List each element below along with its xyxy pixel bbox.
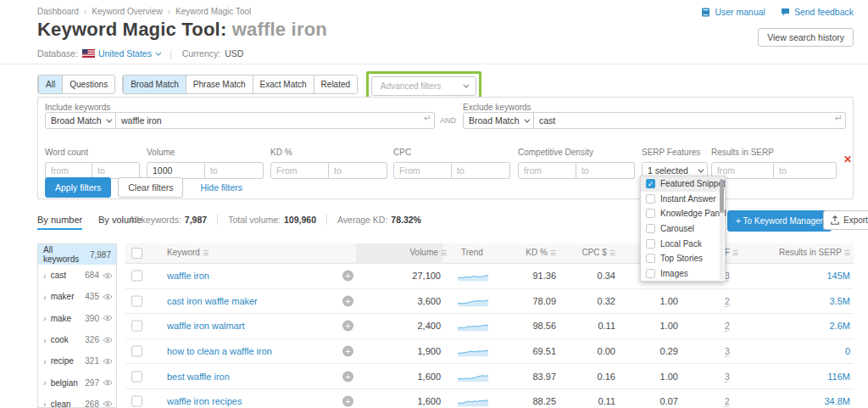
serp-feature-option[interactable]: ✓ Featured Snippet — [641, 176, 725, 192]
tab[interactable]: Phrase Match — [186, 75, 253, 93]
include-match-select[interactable]: Broad Match — [45, 112, 116, 129]
col-cpc[interactable]: CPC $☰ — [581, 248, 615, 257]
chevron-right-icon[interactable]: › — [43, 335, 47, 345]
from-input[interactable] — [518, 162, 576, 179]
results-to-input[interactable] — [774, 162, 837, 179]
sidebar-group-item[interactable]: › maker 435 — [38, 286, 116, 307]
export-button[interactable]: Export — [823, 210, 868, 230]
send-feedback-link[interactable]: Send feedback — [781, 7, 854, 17]
plus-circle-icon[interactable]: + — [342, 346, 353, 357]
row-checkbox[interactable] — [131, 321, 142, 332]
row-checkbox[interactable] — [131, 271, 142, 282]
sf-link[interactable]: 2 — [725, 295, 730, 306]
results-in-serp-link[interactable]: 116M — [827, 372, 850, 382]
apply-filters-button[interactable]: Apply filters — [45, 177, 111, 198]
tab[interactable]: Questions — [62, 75, 114, 93]
sf-link[interactable]: 2 — [725, 396, 730, 407]
to-input[interactable] — [329, 162, 387, 179]
chevron-right-icon[interactable]: › — [43, 399, 47, 408]
breadcrumb-item[interactable]: Keyword Magic Tool — [163, 7, 252, 16]
keyword-link[interactable]: how to clean a waffle iron — [167, 346, 272, 356]
checkbox[interactable] — [646, 194, 655, 204]
col-volume[interactable]: Volume☰ — [409, 248, 447, 257]
select-all-checkbox[interactable] — [131, 248, 142, 259]
serp-feature-option[interactable]: Local Pack — [641, 236, 725, 251]
plus-circle-icon[interactable]: + — [342, 295, 353, 306]
tab[interactable]: Related — [314, 75, 357, 93]
eye-icon[interactable] — [103, 399, 113, 408]
to-input[interactable] — [205, 162, 264, 179]
sf-link[interactable]: 2 — [725, 321, 730, 332]
sidebar-all-keywords[interactable]: All keywords 7,987 — [38, 244, 116, 265]
sidebar-group-item[interactable]: › recipe 321 — [38, 350, 116, 372]
clear-filter-x-icon[interactable]: ✕ — [843, 154, 852, 165]
col-kd[interactable]: KD %☰ — [526, 248, 556, 257]
keyword-link[interactable]: waffle iron walmart — [167, 321, 245, 331]
eye-icon[interactable] — [103, 292, 113, 302]
tab[interactable]: Exact Match — [253, 75, 314, 93]
row-checkbox[interactable] — [131, 396, 142, 407]
checkbox[interactable] — [646, 254, 655, 263]
col-results-in-serp[interactable]: Results in SERP☰ — [779, 248, 850, 257]
plus-circle-icon[interactable]: + — [342, 371, 353, 382]
breadcrumb-item[interactable]: Keyword Overview — [79, 7, 163, 16]
view-search-history-button[interactable]: View search history — [758, 28, 854, 47]
checkbox[interactable] — [646, 209, 655, 218]
from-input[interactable] — [270, 162, 329, 179]
tab[interactable]: All — [38, 75, 62, 93]
user-manual-link[interactable]: User manual — [701, 7, 765, 17]
results-in-serp-link[interactable]: 0 — [845, 346, 850, 356]
hide-filters-link[interactable]: Hide filters — [200, 182, 242, 193]
eye-icon[interactable] — [103, 335, 113, 345]
plus-circle-icon[interactable]: + — [342, 271, 353, 282]
keyword-link[interactable]: waffle iron recipes — [167, 396, 242, 406]
to-input[interactable] — [452, 162, 510, 179]
eye-icon[interactable] — [103, 313, 113, 323]
sf-link[interactable]: 3 — [725, 371, 730, 382]
col-keyword[interactable]: Keyword☰ — [167, 248, 209, 257]
chevron-right-icon[interactable]: › — [43, 377, 47, 388]
serp-feature-option[interactable]: Carousel — [641, 221, 725, 237]
row-checkbox[interactable] — [131, 371, 142, 382]
checkbox[interactable] — [646, 269, 655, 278]
row-checkbox[interactable] — [131, 295, 142, 306]
serp-feature-option[interactable]: Knowledge Panel — [641, 206, 725, 221]
sidebar-group-item[interactable]: › cook 326 — [38, 329, 116, 350]
sidebar-group-item[interactable]: › belgian 297 — [38, 372, 116, 393]
keyword-link[interactable]: waffle iron — [167, 271, 209, 281]
plus-circle-icon[interactable]: + — [342, 396, 353, 407]
chevron-right-icon[interactable]: › — [43, 292, 47, 302]
tab-by-number[interactable]: By number — [37, 215, 82, 230]
serp-feature-option[interactable]: Top Stories — [641, 251, 725, 266]
to-keyword-manager-button[interactable]: + To Keyword Manager — [727, 210, 832, 232]
chevron-right-icon[interactable]: › — [43, 356, 47, 366]
sidebar-group-item[interactable]: › clean 268 — [38, 394, 116, 408]
results-in-serp-link[interactable]: 3.5M — [830, 296, 850, 306]
chevron-right-icon[interactable]: › — [43, 313, 47, 323]
results-in-serp-link[interactable]: 34.8M — [824, 396, 850, 406]
from-input[interactable] — [147, 162, 205, 179]
serp-feature-option[interactable]: Instant Answer — [641, 192, 725, 207]
to-input[interactable] — [576, 162, 635, 179]
eye-icon[interactable] — [103, 271, 113, 281]
sidebar-group-item[interactable]: › cast 684 — [38, 265, 116, 286]
results-in-serp-link[interactable]: 2.6M — [830, 321, 850, 331]
clear-filters-button[interactable]: Clear filters — [118, 177, 183, 198]
row-checkbox[interactable] — [131, 346, 142, 357]
checkbox[interactable] — [646, 239, 655, 249]
include-keywords-input[interactable] — [116, 112, 435, 129]
scrollbar-thumb[interactable] — [720, 179, 724, 213]
checkbox[interactable] — [646, 224, 655, 233]
exclude-keywords-input[interactable] — [534, 112, 846, 129]
exclude-match-select[interactable]: Broad Match — [463, 112, 534, 129]
database-select[interactable]: United States — [82, 48, 159, 59]
breadcrumb-item[interactable]: Dashboard — [37, 7, 79, 16]
checkbox[interactable]: ✓ — [646, 179, 655, 188]
results-in-serp-link[interactable]: 145M — [826, 271, 850, 281]
keyword-link[interactable]: cast iron waffle maker — [167, 296, 258, 306]
from-input[interactable] — [393, 162, 452, 179]
sidebar-group-item[interactable]: › make 390 — [38, 308, 116, 329]
serp-feature-option[interactable]: Images — [641, 266, 725, 282]
sf-link[interactable]: 3 — [725, 346, 730, 357]
to-input[interactable] — [92, 162, 140, 179]
